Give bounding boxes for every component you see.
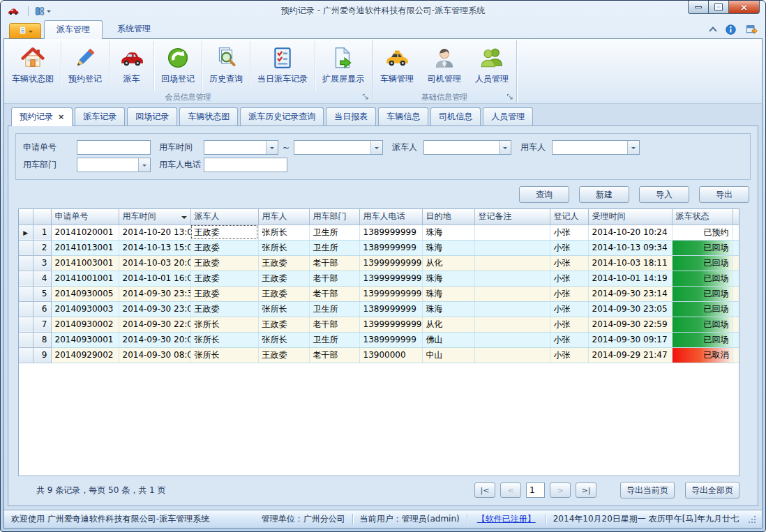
records-grid[interactable]: 申请单号用车时间派车人用车人用车部门用车人电话目的地登记备注登记人受理时间派车状… [18,208,739,476]
grid-cell[interactable]: 张所长 [190,332,258,347]
ribbon-button-pencil[interactable]: 预约登记 [61,41,110,91]
ribbon-button-checklist[interactable]: 当日派车记录 [250,41,315,91]
grid-cell[interactable]: 1389999999 [359,225,422,240]
grid-cell[interactable] [474,332,550,347]
grid-cell[interactable]: 2014-09-30 22:00 [119,317,190,332]
grid-cell[interactable]: 珠海 [422,301,474,317]
dialog-launcher-icon[interactable] [506,93,513,100]
sort-filter-icon[interactable] [181,216,187,222]
doc-tab[interactable]: 车辆状态图 [179,107,238,126]
column-header[interactable]: 用车部门 [309,209,359,225]
grid-cell[interactable]: 王政委 [258,286,309,301]
column-header[interactable]: 登记人 [550,209,588,225]
grid-cell[interactable]: 老干部 [309,286,359,301]
use-time-from-combo[interactable] [204,140,278,155]
grid-cell[interactable]: 小张 [550,301,588,317]
table-row[interactable]: 8201409300012014-09-30 20:00张所长张所长卫生所138… [19,332,739,347]
ribbon-button-taxi[interactable]: 车辆管理 [373,41,421,91]
grid-cell[interactable]: 王政委 [190,225,258,240]
grid-cell[interactable]: 从化 [422,255,474,271]
doc-tab[interactable]: 派车记录 [75,107,125,126]
grid-cell[interactable]: 2014-09-29 21:47 [588,347,672,363]
skin-icon[interactable] [746,24,758,35]
column-header[interactable]: 受理时间 [588,209,672,225]
doc-tab[interactable]: 派车历史记录查询 [240,107,324,126]
page-number-input[interactable] [526,482,545,498]
grid-cell[interactable]: 13999999999 [359,271,422,286]
doc-tab[interactable]: 司机信息 [430,107,481,126]
grid-cell[interactable]: 1389999999 [359,332,422,347]
ribbon-tab-dispatch[interactable]: 派车管理 [44,20,103,39]
grid-cell[interactable]: 卫生所 [309,240,359,255]
grid-cell[interactable]: 王政委 [190,286,258,301]
grid-cell[interactable]: 小张 [550,271,588,286]
resize-grip[interactable] [747,515,756,524]
tab-close-icon[interactable]: × [58,113,64,121]
license-link[interactable]: 【软件已注册】 [477,513,536,525]
ribbon-button-search-doc[interactable]: 历史查询 [202,41,250,91]
grid-cell[interactable]: 2014-09-30 22:59 [588,317,672,332]
dispatcher-combo[interactable] [423,140,511,155]
doc-tab[interactable]: 当日报表 [326,107,376,126]
table-row[interactable]: 3201410030012014-10-03 20:00王政委王政委老干部139… [19,255,739,271]
grid-cell[interactable]: 2014-09-30 23:14 [588,286,672,301]
column-header[interactable]: 用车时间 [119,209,190,225]
app-menu-button[interactable] [9,23,41,38]
apply-no-input[interactable] [77,140,151,155]
grid-cell[interactable]: 老干部 [309,347,359,363]
grid-cell[interactable]: 王政委 [258,347,309,363]
grid-cell[interactable]: 卫生所 [309,225,359,240]
grid-cell[interactable]: 卫生所 [309,301,359,317]
grid-cell[interactable] [474,317,550,332]
import-button[interactable]: 导入 [639,186,689,203]
grid-cell[interactable]: 老干部 [309,271,359,286]
collapse-ribbon-icon[interactable] [709,26,716,34]
grid-cell[interactable]: 张所长 [258,225,309,240]
column-header[interactable]: 派车人 [190,209,258,225]
ribbon-tab-system[interactable]: 系统管理 [105,20,163,38]
first-page-button[interactable]: |< [474,482,495,498]
grid-cell[interactable]: 2014-09-30 20:00 [119,332,190,347]
grid-cell[interactable]: 2014-10-20 10:24 [588,225,672,240]
grid-cell[interactable]: 20140929002 [51,347,119,363]
grid-cell[interactable]: 小张 [550,347,588,363]
grid-cell[interactable] [474,301,550,317]
grid-cell[interactable]: 从化 [422,317,474,332]
grid-cell[interactable] [474,240,550,255]
grid-cell[interactable]: 王政委 [258,317,309,332]
column-header[interactable]: 派车状态 [672,209,733,225]
query-button[interactable]: 查询 [519,186,569,203]
grid-cell[interactable]: 张所长 [258,240,309,255]
column-header[interactable]: 用车人 [258,209,309,225]
grid-cell[interactable]: 张所长 [258,332,309,347]
grid-cell[interactable] [474,255,550,271]
ribbon-button-people[interactable]: 人员管理 [468,41,516,91]
grid-cell[interactable]: 王政委 [190,240,258,255]
doc-tab[interactable]: 预约记录× [11,107,73,126]
quick-access-toolbar[interactable] [28,6,51,16]
grid-cell[interactable]: 13900000 [359,347,422,363]
grid-cell[interactable]: 2014-09-30 23:30 [119,286,190,301]
grid-cell[interactable]: 2014-09-30 09:17 [588,332,672,347]
table-row[interactable]: 2201410130012014-10-13 15:00王政委张所长卫生所138… [19,240,739,255]
grid-cell[interactable]: 佛山 [422,332,474,347]
grid-cell[interactable] [474,347,550,363]
grid-cell[interactable]: 2014-10-13 09:34 [588,240,672,255]
ribbon-button-screen-doc[interactable]: 扩展屏显示 [315,41,371,91]
grid-cell[interactable]: 卫生所 [309,332,359,347]
column-header[interactable]: 登记备注 [474,209,550,225]
column-header[interactable]: 用车人电话 [359,209,422,225]
table-row[interactable]: 6201409300032014-09-30 23:00王政委张所长卫生所138… [19,301,739,317]
dialog-launcher-icon[interactable] [362,93,369,100]
grid-cell[interactable]: 20140930003 [51,301,119,317]
table-row[interactable]: ▶1201410200012014-10-20 13:00王政委张所长卫生所13… [19,225,739,240]
grid-cell[interactable]: 张所长 [190,317,258,332]
grid-cell[interactable]: 王政委 [190,301,258,317]
grid-cell[interactable]: 张所长 [258,301,309,317]
table-row[interactable]: 4201410010012014-10-01 16:00王政委王政委老干部139… [19,271,739,286]
grid-cell[interactable]: 20140930002 [51,317,119,332]
grid-cell[interactable]: 2014-10-13 15:00 [119,240,190,255]
grid-cell[interactable]: 中山 [422,347,474,363]
grid-cell[interactable]: 王政委 [190,255,258,271]
grid-cell[interactable]: 老干部 [309,317,359,332]
